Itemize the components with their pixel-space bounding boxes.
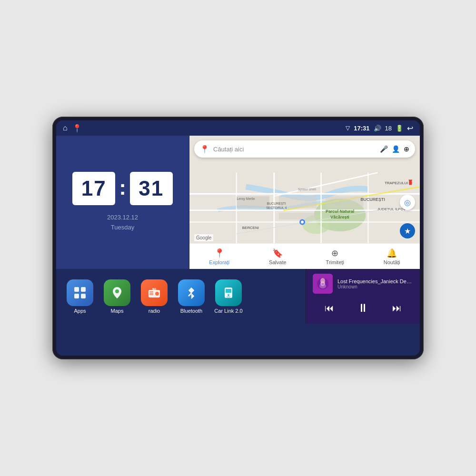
map-search-bar[interactable]: 📍 Căutați aici 🎤 👤 ⊕ <box>194 140 415 158</box>
app-icon-apps[interactable]: Apps <box>64 279 96 314</box>
app-icon-carlink[interactable]: Car Link 2.0 <box>212 279 245 314</box>
account-icon[interactable]: 👤 <box>392 145 400 153</box>
carlink-icon <box>215 279 242 306</box>
map-search-placeholder[interactable]: Căutați aici <box>213 146 376 153</box>
svg-text:TRAPEZULUI: TRAPEZULUI <box>385 181 408 185</box>
svg-text:BERCENI: BERCENI <box>242 226 259 230</box>
music-title: Lost Frequencies_Janieck Devy-... <box>337 278 413 284</box>
music-artist: Unknown <box>337 284 413 289</box>
svg-text:Văcărești: Văcărești <box>330 215 349 219</box>
svg-rect-33 <box>74 294 79 298</box>
svg-point-37 <box>155 292 159 296</box>
app-icon-maps[interactable]: Maps <box>101 279 133 314</box>
play-pause-button[interactable]: ⏸ <box>353 299 374 317</box>
map-compass-button[interactable]: ★ <box>400 223 415 238</box>
radio-icon: FM <box>141 279 168 306</box>
svg-rect-30 <box>409 181 412 185</box>
svg-point-46 <box>228 294 229 296</box>
news-label: Noutăți <box>384 259 400 265</box>
svg-text:Splaiul Unirii: Splaiul Unirii <box>298 188 317 191</box>
clock-date: 2023.12.12 Tuesday <box>107 213 138 233</box>
battery-icon: 🔋 <box>396 125 403 132</box>
bluetooth-label: Bluetooth <box>180 308 202 314</box>
svg-point-35 <box>115 289 119 293</box>
map-nav-saved[interactable]: 🔖 Salvate <box>269 248 287 265</box>
clock-widget: 17 : 31 2023.12.12 Tuesday <box>56 136 189 269</box>
map-search-pin-icon: 📍 <box>200 145 209 154</box>
clock-display: 17 : 31 <box>72 172 173 205</box>
main-content: 17 : 31 2023.12.12 Tuesday <box>56 136 420 356</box>
send-icon: ⊕ <box>331 248 338 258</box>
gps-icon: ▽ <box>346 125 350 131</box>
maps-icon <box>104 279 130 306</box>
svg-text:Leroy Merlin: Leroy Merlin <box>237 197 255 201</box>
top-row: 17 : 31 2023.12.12 Tuesday <box>56 136 420 269</box>
map-nav-send[interactable]: ⊕ Trimiteți <box>326 248 344 265</box>
mic-icon[interactable]: 🎤 <box>380 145 388 153</box>
home-icon[interactable]: ⌂ <box>63 124 68 132</box>
svg-point-53 <box>319 284 326 288</box>
svg-point-52 <box>320 278 325 284</box>
news-icon: 🔔 <box>387 248 397 258</box>
explore-icon: 📍 <box>214 248 225 258</box>
status-bar: ⌂ 📍 ▽ 17:31 🔊 18 🔋 ↩ <box>56 120 420 136</box>
volume-icon: 🔊 <box>374 125 381 132</box>
prev-button[interactable]: ⏮ <box>320 301 339 316</box>
svg-text:Parcul Natural: Parcul Natural <box>326 209 354 214</box>
svg-text:FM: FM <box>152 288 156 290</box>
music-info: Lost Frequencies_Janieck Devy-... Unknow… <box>337 278 413 289</box>
apps-label: Apps <box>74 308 86 314</box>
app-icon-bluetooth[interactable]: Bluetooth <box>175 279 208 314</box>
volume-level: 18 <box>385 125 392 132</box>
clock-colon: : <box>119 176 126 199</box>
svg-rect-31 <box>74 287 79 292</box>
svg-point-28 <box>301 221 304 224</box>
carlink-label: Car Link 2.0 <box>214 308 242 314</box>
app-icon-radio[interactable]: FM radio <box>138 279 170 314</box>
svg-rect-16 <box>326 196 363 208</box>
svg-text:BUCUREȘTI: BUCUREȘTI <box>267 202 286 206</box>
map-nav-news[interactable]: 🔔 Noutăți <box>384 248 400 265</box>
google-logo: Google <box>194 234 213 241</box>
music-thumbnail <box>313 274 333 294</box>
svg-rect-34 <box>81 294 86 298</box>
bluetooth-icon <box>178 279 205 306</box>
map-location-button[interactable]: ◎ <box>400 195 415 210</box>
svg-rect-32 <box>81 287 86 292</box>
svg-rect-14 <box>279 213 317 220</box>
clock-minutes: 31 <box>130 172 173 205</box>
music-controls: ⏮ ⏸ ⏭ <box>313 298 413 318</box>
location-icon: ◎ <box>404 198 411 207</box>
send-label: Trimiteți <box>326 259 344 265</box>
next-button[interactable]: ⏭ <box>387 301 407 316</box>
music-player: Lost Frequencies_Janieck Devy-... Unknow… <box>306 269 420 324</box>
map-bottom-nav: 📍 Explorați 🔖 Salvate ⊕ Trimiteți 🔔 <box>189 243 420 269</box>
map-search-actions: 🎤 👤 ⊕ <box>380 145 409 153</box>
explore-label: Explorați <box>209 259 229 265</box>
status-time: 17:31 <box>354 125 369 132</box>
svg-text:SECTORUL 4: SECTORUL 4 <box>266 206 287 209</box>
music-top: Lost Frequencies_Janieck Devy-... Unknow… <box>313 274 413 294</box>
car-head-unit: ⌂ 📍 ▽ 17:31 🔊 18 🔋 ↩ 17 : <box>52 117 424 359</box>
saved-label: Salvate <box>269 259 287 265</box>
map-nav-explore[interactable]: 📍 Explorați <box>209 248 229 265</box>
layers-icon[interactable]: ⊕ <box>404 145 409 153</box>
radio-label: radio <box>149 308 160 314</box>
svg-rect-45 <box>226 289 231 293</box>
svg-line-43 <box>188 293 191 296</box>
compass-icon: ★ <box>404 227 411 236</box>
map-widget[interactable]: Parcul Natural Văcărești BUCUREȘTI JUDEȚ… <box>189 136 420 269</box>
svg-text:BUCUREȘTI: BUCUREȘTI <box>361 197 385 202</box>
saved-icon: 🔖 <box>272 248 283 258</box>
bottom-row: Apps Maps <box>56 269 420 324</box>
screen: ⌂ 📍 ▽ 17:31 🔊 18 🔋 ↩ 17 : <box>56 120 420 356</box>
app-icons-row: Apps Maps <box>56 269 306 324</box>
status-right-info: ▽ 17:31 🔊 18 🔋 ↩ <box>346 124 413 133</box>
maps-shortcut-icon[interactable]: 📍 <box>72 124 82 133</box>
status-left-icons: ⌂ 📍 <box>63 124 82 133</box>
clock-hours: 17 <box>72 172 115 205</box>
maps-label: Maps <box>111 308 124 314</box>
back-button[interactable]: ↩ <box>407 124 413 133</box>
apps-icon <box>67 279 93 306</box>
